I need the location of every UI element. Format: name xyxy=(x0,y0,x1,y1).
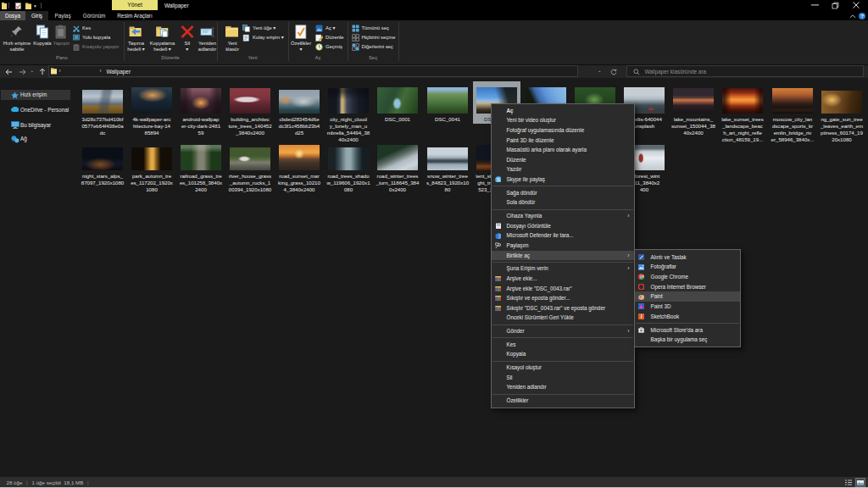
svg-text:S: S xyxy=(497,178,500,183)
